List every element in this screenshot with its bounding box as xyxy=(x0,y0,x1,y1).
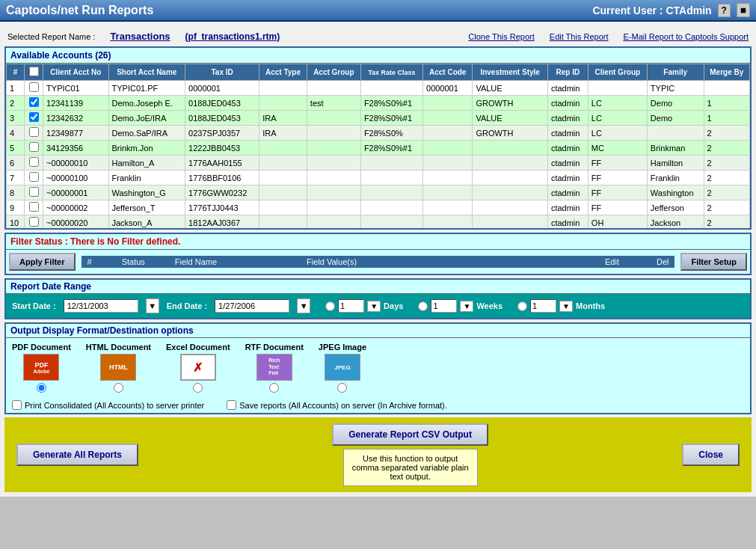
output-section-header: Output Display Format/Destination option… xyxy=(6,324,750,338)
row-checkbox[interactable] xyxy=(29,202,39,212)
excel-icon: ✗ xyxy=(180,354,216,381)
table-row: 8~00000001Washington_G1776GWW0232ctadmin… xyxy=(7,185,750,200)
weeks-period-input[interactable] xyxy=(431,299,457,313)
generate-csv-button[interactable]: Generate Report CSV Output xyxy=(332,423,488,446)
tooltip-area: Use this function to output comma separa… xyxy=(343,449,478,486)
row-checkbox[interactable] xyxy=(29,157,39,167)
excel-radio[interactable] xyxy=(193,383,203,393)
output-options: PDF Document PDF Adobe HTML Document HTM… xyxy=(6,338,750,397)
pdf-radio[interactable] xyxy=(37,383,46,393)
row-checkbox[interactable] xyxy=(29,142,39,152)
start-date-input[interactable] xyxy=(64,299,138,313)
pdf-label: PDF Document xyxy=(12,343,71,352)
col-acct-code: Acct Code xyxy=(423,64,473,81)
row-checkbox[interactable] xyxy=(29,217,39,227)
row-checkbox[interactable] xyxy=(29,97,39,107)
start-date-dropdown[interactable]: ▼ xyxy=(146,298,159,313)
weeks-label: Weeks xyxy=(476,301,503,310)
window-close-button[interactable]: ■ xyxy=(737,3,750,17)
filter-setup-button[interactable]: Filter Setup xyxy=(680,253,747,271)
col-check[interactable] xyxy=(25,64,43,81)
accounts-tbody: 1TYPIC01TYPIC01.PF00000010000001VALUEcta… xyxy=(7,81,750,229)
col-family: Family xyxy=(647,64,704,81)
email-report-link[interactable]: E-Mail Report to Captools Support xyxy=(623,32,749,41)
tooltip-bubble: Use this function to output comma separa… xyxy=(343,449,478,486)
accounts-section: Available Accounts (26) # Client Acct No… xyxy=(4,46,752,230)
row-checkbox[interactable] xyxy=(29,112,39,122)
print-consolidated-checkbox[interactable] xyxy=(12,400,22,410)
col-acct-group: Acct Group xyxy=(307,64,360,81)
close-button[interactable]: Close xyxy=(682,444,740,466)
months-radio-group: ▼ Months xyxy=(517,299,605,313)
months-label: Months xyxy=(576,301,605,310)
html-icon: HTML xyxy=(100,354,136,381)
table-row: 412349877Demo.SaP/IRA0237SPJ0357IRAF28%S… xyxy=(7,126,750,141)
app-header: Captools/net Run Reports Current User : … xyxy=(0,0,756,22)
html-radio[interactable] xyxy=(114,383,123,393)
table-row: 312342632Demo.JoE/IRA0188JED0453IRAF28%S… xyxy=(7,111,750,126)
generate-all-button[interactable]: Generate All Reports xyxy=(16,444,138,466)
table-row: 212341139Demo.Joseph E.0188JED0453testF2… xyxy=(7,96,750,111)
end-date-input[interactable] xyxy=(215,299,289,313)
filter-col-edit: Edit xyxy=(605,257,619,266)
row-checkbox[interactable] xyxy=(29,127,39,137)
col-merge-by: Merge By xyxy=(704,64,749,81)
filter-table-header: # Status Field Name Field Value(s) Edit … xyxy=(82,256,675,268)
weeks-period-dropdown[interactable]: ▼ xyxy=(460,301,473,312)
filter-col-field-values: Field Value(s) xyxy=(307,257,357,266)
accounts-section-header: Available Accounts (26) xyxy=(6,48,750,64)
main-content: Selected Report Name : Transactions (pf_… xyxy=(0,22,756,497)
jpeg-radio[interactable] xyxy=(337,383,347,393)
clone-report-link[interactable]: Clone This Report xyxy=(468,32,534,41)
jpeg-option: JPEG Image JPEG xyxy=(319,343,366,393)
rtf-option: RTF Document RichTextFmt xyxy=(245,343,304,393)
months-period-dropdown[interactable]: ▼ xyxy=(559,301,573,312)
row-checkbox[interactable] xyxy=(29,187,39,197)
filter-col-del: Del xyxy=(657,257,669,266)
weeks-radio[interactable] xyxy=(418,301,428,311)
weeks-radio-group: ▼ Weeks xyxy=(418,299,503,313)
excel-label: Excel Document xyxy=(166,343,230,352)
table-header-row: # Client Acct No Short Acct Name Tax ID … xyxy=(7,64,750,81)
print-consolidated-label[interactable]: Print Consolidated (All Accounts) to ser… xyxy=(12,400,204,410)
filter-col-field-name: Field Name xyxy=(175,257,217,266)
html-label: HTML Document xyxy=(86,343,151,352)
report-name-label: Selected Report Name : xyxy=(7,32,95,41)
table-row: 9~00000002Jefferson_T1776TJJ0443ctadminF… xyxy=(7,200,750,215)
accounts-table-container[interactable]: # Client Acct No Short Acct Name Tax ID … xyxy=(6,64,750,228)
end-date-dropdown[interactable]: ▼ xyxy=(297,298,310,313)
days-radio[interactable] xyxy=(325,301,335,311)
report-file-link[interactable]: (pf_transactions1.rtm) xyxy=(185,31,280,42)
output-section: Output Display Format/Destination option… xyxy=(4,322,752,414)
save-reports-checkbox[interactable] xyxy=(227,400,236,410)
current-user-label: Current User : CTAdmin xyxy=(592,4,711,16)
days-period-dropdown[interactable]: ▼ xyxy=(367,301,381,312)
date-section: Report Date Range Start Date : ▼ End Dat… xyxy=(4,278,752,319)
action-links: Clone This Report Edit This Report E-Mai… xyxy=(468,32,749,41)
help-button[interactable]: ? xyxy=(718,4,731,17)
report-name-row: Selected Report Name : Transactions (pf_… xyxy=(4,26,752,46)
date-section-header: Report Date Range xyxy=(6,280,750,294)
rtf-radio[interactable] xyxy=(269,383,279,393)
select-all-checkbox[interactable] xyxy=(29,67,39,76)
days-label: Days xyxy=(384,301,403,310)
months-period-input[interactable] xyxy=(530,299,556,313)
col-short-name: Short Acct Name xyxy=(108,64,185,81)
jpeg-icon: JPEG xyxy=(325,354,360,381)
bottom-buttons: Generate All Reports Generate Report CSV… xyxy=(4,417,752,492)
date-row: Start Date : ▼ End Date : ▼ ▼ Days ▼ Wee… xyxy=(6,294,750,318)
months-radio[interactable] xyxy=(517,301,527,311)
days-period-input[interactable] xyxy=(338,299,364,313)
filter-col-num: # xyxy=(87,257,92,266)
edit-report-link[interactable]: Edit This Report xyxy=(550,32,609,41)
col-num: # xyxy=(7,64,25,81)
table-row: 6~00000010Hamilton_A1776AAH0155ctadminFF… xyxy=(7,156,750,171)
row-checkbox[interactable] xyxy=(29,82,39,92)
row-checkbox[interactable] xyxy=(29,172,39,182)
col-investment-style: Investment Style xyxy=(473,64,547,81)
report-name-link[interactable]: Transactions xyxy=(110,31,170,42)
apply-filter-button[interactable]: Apply Filter xyxy=(9,253,76,271)
col-client-acct: Client Acct No xyxy=(43,64,108,81)
filter-section: Filter Status : There is No Filter defin… xyxy=(4,233,752,275)
save-reports-label[interactable]: Save reports (All Accounts) on server (I… xyxy=(227,400,447,410)
